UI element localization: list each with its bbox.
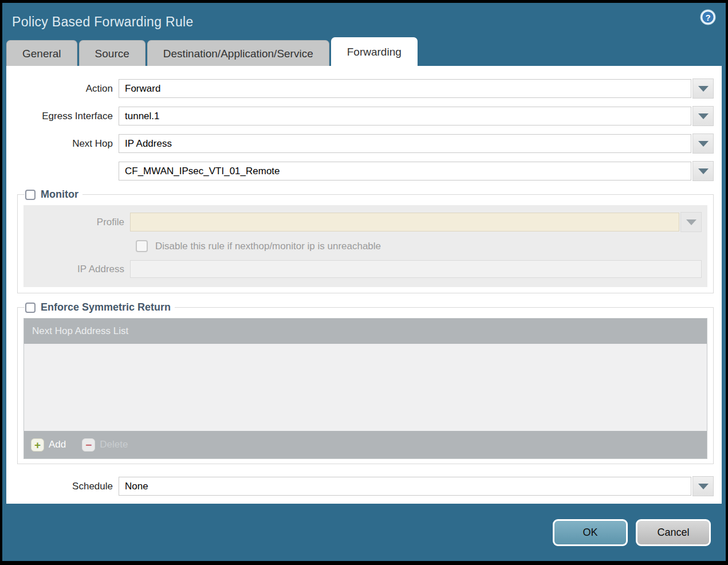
- tab-bar: General Source Destination/Application/S…: [2, 37, 726, 66]
- dialog-footer: OK Cancel: [2, 504, 726, 559]
- monitor-panel: Profile Disable this rule if nexthop/mon…: [23, 205, 707, 287]
- schedule-select[interactable]: None: [119, 477, 691, 496]
- next-hop-row: Next Hop IP Address: [6, 134, 714, 154]
- disable-rule-label: Disable this rule if nexthop/monitor ip …: [155, 241, 381, 252]
- tab-content-forwarding: Action Forward Egress Interface tunnel.1…: [6, 66, 722, 504]
- monitor-legend: Monitor: [25, 189, 82, 201]
- egress-interface-select[interactable]: tunnel.1: [119, 107, 691, 125]
- action-row: Action Forward: [6, 79, 714, 99]
- profile-row: Profile: [23, 212, 702, 232]
- schedule-label: Schedule: [6, 481, 119, 492]
- table-header-label: Next Hop Address List: [32, 325, 128, 337]
- chevron-down-icon: [698, 141, 709, 147]
- monitor-section: Monitor Profile Disable this rule if nex…: [17, 189, 714, 293]
- title-bar: Policy Based Forwarding Rule ?: [2, 3, 726, 37]
- add-button[interactable]: + Add: [31, 438, 66, 452]
- next-hop-type-select[interactable]: IP Address: [119, 134, 691, 153]
- profile-dropdown-button: [680, 212, 702, 232]
- enforce-symmetric-return-legend: Enforce Symmetric Return: [25, 301, 175, 313]
- cancel-button[interactable]: Cancel: [636, 519, 711, 546]
- tab-forwarding[interactable]: Forwarding: [331, 37, 418, 66]
- table-body: [24, 344, 707, 431]
- tab-general[interactable]: General: [6, 40, 77, 66]
- delete-button-label: Delete: [100, 439, 128, 450]
- profile-select: [130, 213, 679, 232]
- action-dropdown-button[interactable]: [692, 79, 714, 99]
- enforce-symmetric-return-section: Enforce Symmetric Return Next Hop Addres…: [17, 301, 714, 464]
- chevron-down-icon: [698, 113, 709, 119]
- ok-button[interactable]: OK: [553, 519, 628, 546]
- enforce-symmetric-return-label: Enforce Symmetric Return: [41, 301, 171, 313]
- chevron-down-icon: [686, 219, 696, 225]
- monitor-ip-label: IP Address: [23, 264, 130, 275]
- minus-icon: −: [82, 438, 95, 452]
- table-header: Next Hop Address List: [24, 319, 707, 344]
- add-button-label: Add: [49, 439, 66, 450]
- next-hop-address-select[interactable]: CF_MWAN_IPsec_VTI_01_Remote: [119, 162, 691, 181]
- help-icon[interactable]: ?: [700, 9, 716, 25]
- monitor-checkbox[interactable]: [25, 190, 36, 200]
- dialog-title: Policy Based Forwarding Rule: [2, 11, 194, 30]
- monitor-ip-row: IP Address: [23, 260, 702, 278]
- schedule-row: Schedule None: [6, 476, 714, 496]
- pbf-rule-dialog: Policy Based Forwarding Rule ? General S…: [2, 3, 726, 561]
- next-hop-dropdown-button[interactable]: [692, 134, 714, 154]
- svg-text:?: ?: [705, 13, 710, 22]
- egress-interface-row: Egress Interface tunnel.1: [6, 106, 714, 126]
- chevron-down-icon: [698, 484, 709, 489]
- tab-source[interactable]: Source: [79, 40, 145, 66]
- profile-label: Profile: [23, 217, 130, 228]
- next-hop-label: Next Hop: [6, 138, 119, 150]
- schedule-dropdown-button[interactable]: [692, 476, 714, 496]
- chevron-down-icon: [698, 168, 709, 174]
- next-hop-address-list-table: Next Hop Address List + Add − Delete: [23, 318, 707, 459]
- monitor-legend-label: Monitor: [41, 189, 78, 201]
- action-label: Action: [6, 83, 119, 95]
- table-footer: + Add − Delete: [24, 431, 707, 458]
- enforce-symmetric-return-checkbox[interactable]: [25, 303, 36, 313]
- plus-icon: +: [31, 438, 44, 452]
- action-select[interactable]: Forward: [119, 79, 691, 98]
- chevron-down-icon: [698, 86, 709, 92]
- disable-rule-row: Disable this rule if nexthop/monitor ip …: [136, 240, 702, 252]
- egress-interface-dropdown-button[interactable]: [692, 106, 714, 126]
- monitor-ip-input: [130, 260, 702, 278]
- next-hop-address-dropdown-button[interactable]: [692, 161, 714, 181]
- tab-destination-application-service[interactable]: Destination/Application/Service: [147, 40, 329, 66]
- disable-rule-checkbox: [136, 240, 148, 252]
- egress-interface-label: Egress Interface: [6, 111, 119, 122]
- delete-button[interactable]: − Delete: [82, 438, 128, 452]
- next-hop-address-row: CF_MWAN_IPsec_VTI_01_Remote: [6, 161, 714, 181]
